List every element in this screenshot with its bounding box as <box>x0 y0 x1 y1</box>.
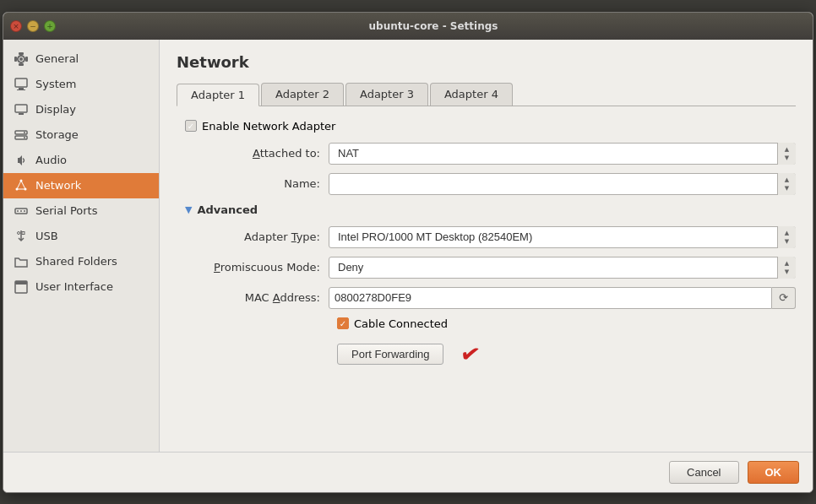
window-title: ubuntu-core - Settings <box>61 20 806 32</box>
sidebar-label-general: General <box>35 52 79 65</box>
sidebar-label-serial-ports: Serial Ports <box>35 204 97 217</box>
cable-connected-row: ✓ Cable Connected <box>177 317 796 330</box>
attached-to-select-wrap: NAT ▲ ▼ <box>329 143 796 165</box>
port-forwarding-row: Port Forwarding ✔ <box>177 340 796 368</box>
advanced-toggle[interactable]: ▼ Advanced <box>177 203 796 216</box>
titlebar: × − + ubuntu-core - Settings <box>3 13 813 40</box>
promiscuous-select-wrap: Deny ▲ ▼ <box>329 257 796 279</box>
svg-point-22 <box>17 210 19 212</box>
folder-icon <box>14 254 29 269</box>
serial-icon <box>14 203 29 219</box>
adapter-tabs: Adapter 1 Adapter 2 Adapter 3 Adapter 4 <box>177 83 796 106</box>
sidebar-item-audio[interactable]: Audio <box>3 148 159 173</box>
mac-address-row: MAC Address: ⟳ <box>177 287 796 309</box>
name-label: Name: <box>177 177 329 190</box>
cancel-button[interactable]: Cancel <box>669 461 738 484</box>
sidebar-label-audio: Audio <box>35 154 67 166</box>
cable-check: ✓ <box>340 319 346 328</box>
mac-input-wrap: ⟳ <box>329 287 796 309</box>
sidebar-label-system: System <box>35 78 76 90</box>
cable-connected-checkbox[interactable]: ✓ <box>337 317 349 329</box>
svg-rect-10 <box>19 113 24 115</box>
network-form: ✓ Enable Network Adapter Attached to: NA… <box>177 120 796 438</box>
checkmark-annotation: ✔ <box>459 339 483 370</box>
svg-rect-3 <box>25 57 28 62</box>
svg-rect-8 <box>17 89 25 90</box>
tab-adapter2[interactable]: Adapter 2 <box>261 83 344 106</box>
audio-icon <box>14 153 29 168</box>
adapter-type-label: Adapter Type: <box>177 230 329 243</box>
promiscuous-row: Promiscuous Mode: Deny ▲ ▼ <box>177 257 796 279</box>
display-icon <box>14 102 29 117</box>
svg-rect-7 <box>19 88 24 89</box>
sidebar-item-shared-folders[interactable]: Shared Folders <box>3 249 159 274</box>
page-title: Network <box>177 53 796 71</box>
name-row: Name: ▲ ▼ <box>177 173 796 195</box>
network-icon <box>14 178 29 193</box>
svg-rect-9 <box>15 105 27 112</box>
storage-icon <box>14 127 29 143</box>
port-forwarding-button[interactable]: Port Forwarding <box>337 344 443 365</box>
svg-rect-0 <box>19 52 24 55</box>
promiscuous-select[interactable]: Deny <box>329 257 796 279</box>
tab-adapter1[interactable]: Adapter 1 <box>177 84 259 106</box>
sidebar-item-network[interactable]: Network <box>3 173 159 198</box>
svg-rect-28 <box>15 281 27 285</box>
triangle-icon: ▼ <box>185 204 192 215</box>
svg-line-18 <box>17 181 21 189</box>
mac-input[interactable] <box>329 287 772 309</box>
cable-connected-label: Cable Connected <box>354 317 448 330</box>
attached-to-row: Attached to: NAT ▲ ▼ <box>177 143 796 165</box>
sidebar-item-general[interactable]: General <box>3 46 159 72</box>
attached-to-select[interactable]: NAT <box>329 143 796 165</box>
sidebar-label-usb: USB <box>35 230 58 242</box>
tab-adapter4[interactable]: Adapter 4 <box>430 83 513 106</box>
sidebar-label-network: Network <box>35 179 81 192</box>
enable-adapter-checkbox[interactable]: ✓ <box>185 120 197 132</box>
system-icon <box>14 77 29 92</box>
sidebar-label-display: Display <box>35 103 76 116</box>
adapter-type-select-wrap: Intel PRO/1000 MT Desktop (82540EM) ▲ ▼ <box>329 226 796 248</box>
promiscuous-label: Promiscuous Mode: <box>177 261 329 274</box>
minimize-button[interactable]: − <box>27 20 39 32</box>
sidebar-item-serial-ports[interactable]: Serial Ports <box>3 198 159 224</box>
name-select-wrap: ▲ ▼ <box>329 173 796 195</box>
enable-adapter-label: Enable Network Adapter <box>202 120 335 133</box>
svg-point-25 <box>18 231 20 234</box>
sidebar-item-usb[interactable]: USB <box>3 224 159 249</box>
mac-refresh-button[interactable]: ⟳ <box>772 287 796 309</box>
ui-icon <box>14 279 29 295</box>
adapter-type-row: Adapter Type: Intel PRO/1000 MT Desktop … <box>177 226 796 248</box>
sidebar-item-display[interactable]: Display <box>3 97 159 122</box>
svg-rect-26 <box>22 231 24 234</box>
sidebar-label-user-interface: User Interface <box>35 280 113 293</box>
tab-adapter3[interactable]: Adapter 3 <box>345 83 428 106</box>
svg-rect-6 <box>15 79 27 87</box>
adapter-type-select[interactable]: Intel PRO/1000 MT Desktop (82540EM) <box>329 226 796 248</box>
close-button[interactable]: × <box>10 20 22 32</box>
svg-rect-1 <box>19 63 24 66</box>
sidebar-item-storage[interactable]: Storage <box>3 122 159 148</box>
maximize-button[interactable]: + <box>44 20 56 32</box>
svg-point-5 <box>19 57 23 61</box>
name-select[interactable] <box>329 173 796 195</box>
sidebar-item-user-interface[interactable]: User Interface <box>3 274 159 300</box>
svg-point-13 <box>24 132 25 133</box>
sidebar-label-storage: Storage <box>35 128 79 141</box>
gear-icon <box>14 51 29 67</box>
svg-point-23 <box>20 210 22 212</box>
enable-adapter-row: ✓ Enable Network Adapter <box>177 120 796 133</box>
svg-rect-2 <box>14 57 17 62</box>
svg-point-14 <box>24 137 25 138</box>
mac-label: MAC Address: <box>177 291 329 304</box>
sidebar-item-system[interactable]: System <box>3 72 159 97</box>
sidebar: General System Display Storage <box>3 40 160 452</box>
checkbox-check: ✓ <box>188 122 194 131</box>
sidebar-label-shared-folders: Shared Folders <box>35 255 117 268</box>
main-panel: Network Adapter 1 Adapter 2 Adapter 3 Ad… <box>160 40 813 452</box>
svg-point-24 <box>24 210 25 212</box>
window-content: General System Display Storage <box>3 40 813 452</box>
ok-button[interactable]: OK <box>748 461 800 484</box>
usb-icon <box>14 229 29 244</box>
svg-line-19 <box>21 181 25 189</box>
